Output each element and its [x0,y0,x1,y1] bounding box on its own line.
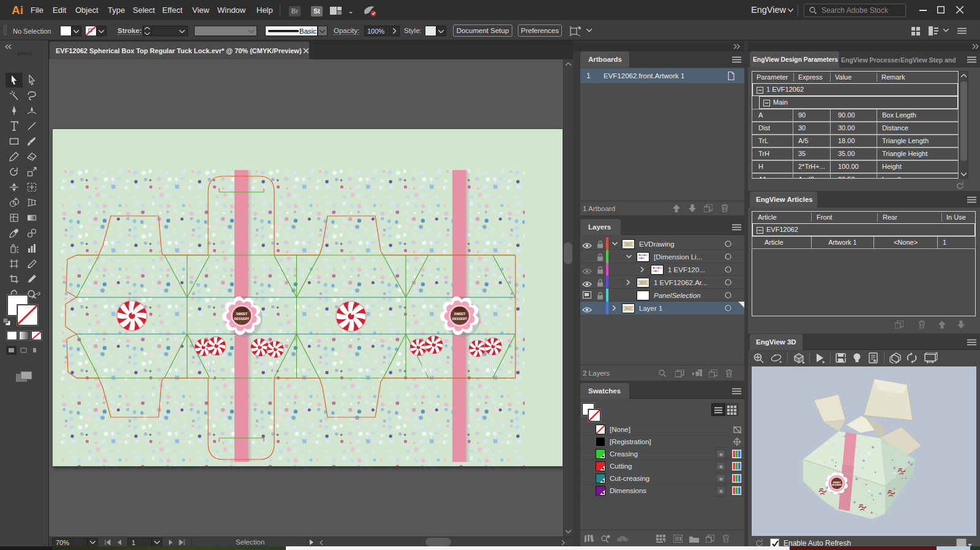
svg-text:DESSERT: DESSERT [234,317,250,321]
svg-text:DESSERT: DESSERT [452,317,468,321]
svg-text:SWEET: SWEET [454,312,466,316]
svg-text:SWEET: SWEET [236,312,248,316]
svg-text:DESSERT: DESSERT [832,484,843,486]
